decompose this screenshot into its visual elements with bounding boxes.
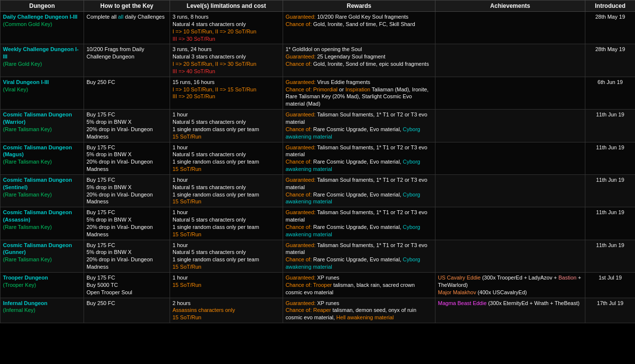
- rewards-cell-cosmic-warrior: Guaranteed: Talisman Soul framents, 1* T…: [283, 110, 435, 142]
- dungeon-table: Dungeon How to get the Key Level(s) limi…: [0, 0, 635, 323]
- rewards-cell-weekly: 1* GoldIdol on opening the SoulGuarantee…: [283, 44, 435, 77]
- key-cell-cosmic-magus: Buy 175 FC5% drop in BNW X20% drop in Vi…: [84, 142, 170, 174]
- achievements-cell-cosmic-gunner: [435, 240, 585, 272]
- introduced-cell-cosmic-gunner: 11th Jun 19: [585, 240, 635, 272]
- rewards-cell-cosmic-assassin: Guaranteed: Talisman Soul framents, 1* T…: [283, 207, 435, 240]
- dungeon-name-trooper: Trooper Dungeon: [3, 275, 48, 280]
- dungeon-name-cosmic-assassin: Cosmic Talisman Dungeon (Assassin): [3, 209, 72, 223]
- achievements-cell-daily: [435, 12, 585, 44]
- key-cell-trooper: Buy 175 FCBuy 5000 TCOpen Trooper Soul: [84, 273, 170, 298]
- rewards-cell-daily: Guaranteed: 10/200 Rare Gold Key Soul fr…: [283, 12, 435, 44]
- dungeon-keyname-cosmic-gunner: (Rare Talisman Key): [3, 256, 52, 262]
- dungeon-name-cosmic-warrior: Cosmic Talisman Dungeon (Warrior): [3, 112, 72, 125]
- key-cell-viral: Buy 250 FC: [84, 77, 170, 109]
- level-cell-trooper: 1 hour15 SoT/Run: [170, 273, 283, 298]
- achievements-cell-cosmic-assassin: [435, 207, 585, 240]
- dungeon-cell-cosmic-magus: Cosmic Talisman Dungeon (Magus)(Rare Tal…: [0, 142, 84, 174]
- dungeon-keyname-daily: (Common Gold Key): [3, 21, 52, 27]
- table-row-cosmic-gunner: Cosmic Talisman Dungeon (Gunner)(Rare Ta…: [0, 240, 635, 272]
- dungeon-cell-cosmic-assassin: Cosmic Talisman Dungeon (Assassin)(Rare …: [0, 207, 84, 240]
- header-dungeon: Dungeon: [0, 0, 84, 12]
- header-introduced: Introduced: [585, 0, 635, 12]
- dungeon-name-cosmic-magus: Cosmic Talisman Dungeon (Magus): [3, 144, 72, 158]
- header-rewards: Rewards: [283, 0, 435, 12]
- dungeon-cell-trooper: Trooper Dungeon(Trooper Key): [0, 273, 84, 298]
- table-row-viral: Viral Dungeon I-III(Viral Key)Buy 250 FC…: [0, 77, 635, 109]
- level-cell-weekly: 3 runs, 24 hoursNatural 3 stars characte…: [170, 44, 283, 77]
- dungeon-keyname-cosmic-warrior: (Rare Talisman Key): [3, 126, 52, 132]
- dungeon-keyname-cosmic-magus: (Rare Talisman Key): [3, 159, 52, 165]
- key-cell-weekly: 10/200 Frags from Daily Challenge Dungeo…: [84, 44, 170, 77]
- achievements-cell-cosmic-magus: [435, 142, 585, 174]
- level-cell-cosmic-sentinel: 1 hourNatural 5 stars characters only1 s…: [170, 174, 283, 207]
- introduced-cell-infernal: 17th Jul 19: [585, 298, 635, 323]
- introduced-cell-viral: 6th Jun 19: [585, 77, 635, 109]
- achievements-cell-cosmic-sentinel: [435, 174, 585, 207]
- dungeon-cell-infernal: Infernal Dungeon(Infernal Key): [0, 298, 84, 323]
- dungeon-keyname-weekly: (Rare Gold Key): [3, 61, 42, 67]
- dungeon-cell-cosmic-sentinel: Cosmic Talisman Dungeon (Sentinel)(Rare …: [0, 174, 84, 207]
- header-level: Level(s) limitations and cost: [170, 0, 283, 12]
- table-row-trooper: Trooper Dungeon(Trooper Key)Buy 175 FCBu…: [0, 273, 635, 298]
- dungeon-cell-cosmic-gunner: Cosmic Talisman Dungeon (Gunner)(Rare Ta…: [0, 240, 84, 272]
- dungeon-cell-daily: Daily Challenge Dungeon I-III(Common Gol…: [0, 12, 84, 44]
- key-cell-infernal: Buy 250 FC: [84, 298, 170, 323]
- key-cell-cosmic-sentinel: Buy 175 FC5% drop in BNW X20% drop in Vi…: [84, 174, 170, 207]
- key-cell-daily: Complete all all daily Challenges: [84, 12, 170, 44]
- introduced-cell-weekly: 28th May 19: [585, 44, 635, 77]
- introduced-cell-cosmic-warrior: 11th Jun 19: [585, 110, 635, 142]
- level-cell-cosmic-magus: 1 hourNatural 5 stars characters only1 s…: [170, 142, 283, 174]
- level-cell-cosmic-gunner: 1 hourNatural 5 stars characters only1 s…: [170, 240, 283, 272]
- dungeon-keyname-cosmic-assassin: (Rare Talisman Key): [3, 224, 52, 230]
- rewards-cell-infernal: Guaranteed: XP runesChance of: Reaper ta…: [283, 298, 435, 323]
- table-row-cosmic-assassin: Cosmic Talisman Dungeon (Assassin)(Rare …: [0, 207, 635, 240]
- dungeon-cell-weekly: Weekly Challenge Dungeon I-III(Rare Gold…: [0, 44, 84, 77]
- key-cell-cosmic-assassin: Buy 175 FC5% drop in BNW X20% drop in Vi…: [84, 207, 170, 240]
- dungeon-keyname-infernal: (Infernal Key): [3, 307, 35, 313]
- achievements-cell-cosmic-warrior: [435, 110, 585, 142]
- introduced-cell-trooper: 1st Jul 19: [585, 273, 635, 298]
- dungeon-cell-viral: Viral Dungeon I-III(Viral Key): [0, 77, 84, 109]
- dungeon-cell-cosmic-warrior: Cosmic Talisman Dungeon (Warrior)(Rare T…: [0, 110, 84, 142]
- level-cell-viral: 15 runs, 16 hoursI => 10 SoT/Run, II => …: [170, 77, 283, 109]
- table-row-cosmic-sentinel: Cosmic Talisman Dungeon (Sentinel)(Rare …: [0, 174, 635, 207]
- introduced-cell-cosmic-sentinel: 11th Jun 19: [585, 174, 635, 207]
- table-row-cosmic-warrior: Cosmic Talisman Dungeon (Warrior)(Rare T…: [0, 110, 635, 142]
- achievements-cell-infernal: Magma Beast Eddie (300x EternityEd + Wra…: [435, 298, 585, 323]
- achievements-cell-trooper: US Cavalry Eddie (300x TrooperEd + LadyA…: [435, 273, 585, 298]
- dungeon-name-viral: Viral Dungeon I-III: [3, 79, 49, 85]
- rewards-cell-trooper: Guaranteed: XP runesChance of: Trooper t…: [283, 273, 435, 298]
- dungeon-name-cosmic-gunner: Cosmic Talisman Dungeon (Gunner): [3, 242, 72, 255]
- rewards-cell-viral: Guaranteed: Virus Eddie fragmentsChance …: [283, 77, 435, 109]
- table-row-cosmic-magus: Cosmic Talisman Dungeon (Magus)(Rare Tal…: [0, 142, 635, 174]
- key-cell-cosmic-gunner: Buy 175 FC5% drop in BNW X20% drop in Vi…: [84, 240, 170, 272]
- level-cell-cosmic-assassin: 1 hourNatural 5 stars characters only1 s…: [170, 207, 283, 240]
- dungeon-name-daily: Daily Challenge Dungeon I-III: [3, 14, 78, 20]
- dungeon-name-infernal: Infernal Dungeon: [3, 300, 47, 306]
- table-row-weekly: Weekly Challenge Dungeon I-III(Rare Gold…: [0, 44, 635, 77]
- level-cell-infernal: 2 hoursAssassins characters only15 SoT/R…: [170, 298, 283, 323]
- introduced-cell-daily: 28th May 19: [585, 12, 635, 44]
- header-achievements: Achievements: [435, 0, 585, 12]
- rewards-cell-cosmic-magus: Guaranteed: Talisman Soul framents, 1* T…: [283, 142, 435, 174]
- header-key: How to get the Key: [84, 0, 170, 12]
- rewards-cell-cosmic-sentinel: Guaranteed: Talisman Soul framents, 1* T…: [283, 174, 435, 207]
- level-cell-cosmic-warrior: 1 hourNatural 5 stars characters only1 s…: [170, 110, 283, 142]
- introduced-cell-cosmic-magus: 11th Jun 19: [585, 142, 635, 174]
- table-row-infernal: Infernal Dungeon(Infernal Key)Buy 250 FC…: [0, 298, 635, 323]
- dungeon-keyname-trooper: (Trooper Key): [3, 282, 36, 288]
- dungeon-name-weekly: Weekly Challenge Dungeon I-III: [3, 46, 79, 59]
- dungeon-keyname-viral: (Viral Key): [3, 86, 28, 92]
- achievements-cell-viral: [435, 77, 585, 109]
- dungeon-name-cosmic-sentinel: Cosmic Talisman Dungeon (Sentinel): [3, 177, 72, 190]
- level-cell-daily: 3 runs, 8 hoursNatural 4 stars character…: [170, 12, 283, 44]
- introduced-cell-cosmic-assassin: 11th Jun 19: [585, 207, 635, 240]
- dungeon-keyname-cosmic-sentinel: (Rare Talisman Key): [3, 192, 52, 197]
- rewards-cell-cosmic-gunner: Guaranteed: Talisman Soul framents, 1* T…: [283, 240, 435, 272]
- key-cell-cosmic-warrior: Buy 175 FC5% drop in BNW X20% drop in Vi…: [84, 110, 170, 142]
- table-row-daily: Daily Challenge Dungeon I-III(Common Gol…: [0, 12, 635, 44]
- achievements-cell-weekly: [435, 44, 585, 77]
